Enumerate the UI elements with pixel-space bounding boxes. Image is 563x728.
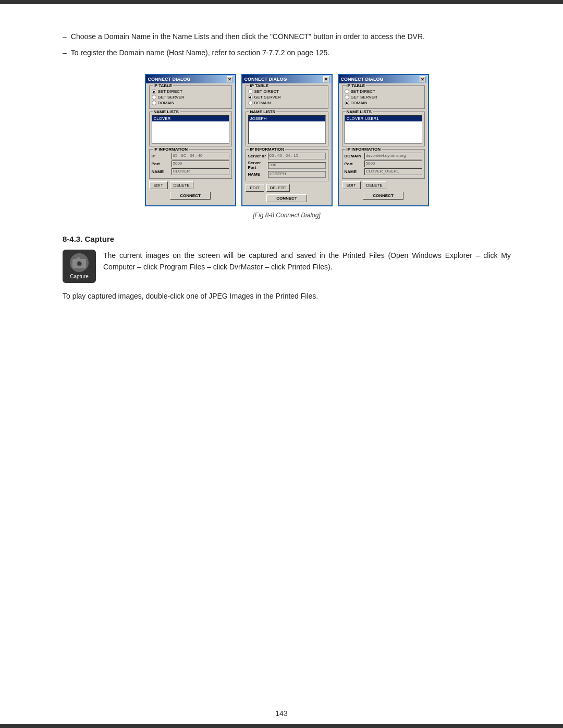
capture-section: 8-4.3. Capture Capture The current image… bbox=[63, 235, 511, 302]
radio-get-server-1[interactable] bbox=[152, 95, 156, 100]
capture-icon-label: Capture bbox=[70, 274, 89, 279]
radio-set-direct-3[interactable] bbox=[345, 89, 349, 94]
dialog-3-edit-button[interactable]: EDIT bbox=[342, 181, 361, 189]
dialog-2-radio-0[interactable]: SET DIRECT bbox=[248, 89, 326, 94]
dialog-1-radio-2[interactable]: DOMAIN bbox=[152, 101, 229, 105]
dialog-2-connect-button[interactable]: CONNECT bbox=[266, 194, 307, 202]
dialog-1-radio-0[interactable]: SET DIRECT bbox=[152, 89, 229, 94]
dialog-1-field-0: IP 65 . 6C . 04 . 40 bbox=[152, 153, 229, 159]
dialog-1-name-list-box[interactable]: CLOVER bbox=[152, 115, 229, 144]
dash-2: – bbox=[63, 47, 67, 58]
radio-domain-2[interactable] bbox=[248, 101, 253, 105]
page-number: 143 bbox=[275, 709, 287, 718]
dialog-3-ip-label: IP TABLE bbox=[346, 83, 366, 88]
bottom-bar bbox=[0, 724, 563, 728]
figure-caption: [Fig.8-8 Connect Dialog] bbox=[63, 212, 511, 219]
dialog-1-radio-1[interactable]: GET SERVER bbox=[152, 95, 229, 100]
capture-icon: Capture bbox=[63, 250, 96, 283]
dialog-3-field-1: Port 5000 bbox=[345, 161, 422, 167]
radio-set-direct-2[interactable] bbox=[248, 89, 253, 94]
dialog-2-edit-button[interactable]: EDIT bbox=[246, 184, 264, 192]
dialog-2-field-2-label: NAME bbox=[248, 172, 268, 177]
radio-get-server-2[interactable] bbox=[248, 95, 253, 100]
dialog-1-ip-info-label: IP INFORMATION bbox=[153, 147, 189, 152]
capture-icon-image bbox=[70, 253, 89, 272]
dialog-1-ip-label: IP TABLE bbox=[153, 83, 174, 88]
dialog-3-field-2: NAME CLOVER_USER1 bbox=[345, 168, 422, 175]
bullet-item-2: – To register the Domain name (Host Name… bbox=[63, 47, 511, 58]
dialog-2-selected-name[interactable]: JOSEPH bbox=[249, 116, 325, 121]
radio-label-set-direct-2: SET DIRECT bbox=[254, 89, 279, 94]
dialog-2-name-list-box[interactable]: JOSEPH bbox=[248, 115, 326, 144]
radio-label-domain-2: DOMAIN bbox=[254, 101, 271, 105]
capture-description: The current images on the screen will be… bbox=[103, 250, 511, 273]
bullet-text-1: Choose a Domain Name in the Name Lists a… bbox=[71, 31, 425, 42]
dialog-3-radio-1[interactable]: GET SERVER bbox=[345, 95, 422, 100]
dialogs-container: CONNECT DIALOG ✕ IP TABLE SET DIRECT GET… bbox=[63, 74, 511, 206]
dialog-2-name-lists-label: NAME LISTS bbox=[249, 109, 276, 114]
dialog-1-field-1: Port 5000 bbox=[152, 161, 229, 167]
bullet-item-1: – Choose a Domain Name in the Name Lists… bbox=[63, 31, 511, 42]
dialog-3-radio-0[interactable]: SET DIRECT bbox=[345, 89, 422, 94]
dialog-1-field-2: NAME CLOVER bbox=[152, 168, 229, 175]
dialog-1-connect-button[interactable]: CONNECT bbox=[170, 192, 211, 200]
bullet-section: – Choose a Domain Name in the Name Lists… bbox=[63, 31, 511, 58]
dialog-2-ip-table: IP TABLE SET DIRECT GET SERVER DOMAIN bbox=[246, 85, 328, 109]
dialog-2-field-1: Server Port 308 bbox=[248, 161, 326, 170]
dialog-2-close[interactable]: ✕ bbox=[323, 76, 329, 82]
radio-label-get-server-1: GET SERVER bbox=[158, 95, 185, 100]
dialog-2-connect-row: CONNECT bbox=[246, 194, 328, 202]
dialog-2-field-0: Server IP 65 . 40 . 04 . 15 bbox=[248, 153, 326, 159]
dialog-2-delete-button[interactable]: DELETE bbox=[266, 184, 290, 192]
radio-get-server-3[interactable] bbox=[345, 95, 349, 100]
dialog-2-field-0-value: 65 . 40 . 04 . 15 bbox=[268, 153, 326, 159]
radio-domain-1[interactable] bbox=[152, 101, 156, 105]
dialog-3-ip-info-label: IP INFORMATION bbox=[346, 147, 382, 152]
dialog-2-radio-1[interactable]: GET SERVER bbox=[248, 95, 326, 100]
dialog-3-radio-2[interactable]: DOMAIN bbox=[345, 101, 422, 105]
dialog-1-delete-button[interactable]: DELETE bbox=[170, 181, 193, 189]
radio-label-get-server-3: GET SERVER bbox=[351, 95, 377, 100]
dialog-3-ip-info: IP INFORMATION DOMAIN davordevt.dyndns.o… bbox=[342, 149, 425, 179]
dialog-2-radio-2[interactable]: DOMAIN bbox=[248, 101, 326, 105]
dialog-2-name-lists: NAME LISTS JOSEPH bbox=[246, 112, 328, 146]
dialog-1-buttons: EDIT DELETE bbox=[149, 181, 232, 189]
radio-label-domain-3: DOMAIN bbox=[351, 101, 368, 105]
dialog-2-buttons: EDIT DELETE bbox=[246, 184, 328, 192]
dialog-2-field-1-value: 308 bbox=[268, 162, 326, 169]
dialog-3-connect-button[interactable]: CONNECT bbox=[363, 192, 403, 200]
dialog-1-edit-button[interactable]: EDIT bbox=[149, 181, 168, 189]
connect-dialog-1: CONNECT DIALOG ✕ IP TABLE SET DIRECT GET… bbox=[145, 74, 236, 206]
connect-dialog-3: CONNECT DIALOG ✕ IP TABLE SET DIRECT GET… bbox=[338, 74, 429, 206]
dialog-2-field-1-label: Server Port bbox=[248, 161, 268, 170]
dialog-2-field-0-label: Server IP bbox=[248, 154, 268, 158]
dialog-3-field-2-value: CLOVER_USER1 bbox=[364, 168, 422, 175]
connect-dialog-2: CONNECT DIALOG ✕ IP TABLE SET DIRECT GET… bbox=[241, 74, 333, 206]
radio-domain-3[interactable] bbox=[345, 101, 349, 105]
dialog-1-close[interactable]: ✕ bbox=[227, 76, 233, 82]
capture-content: Capture The current images on the screen… bbox=[63, 250, 511, 283]
radio-set-direct-1[interactable] bbox=[152, 89, 156, 94]
dialog-2-field-2-value: JOSEPH bbox=[268, 171, 326, 178]
dialog-3-connect-row: CONNECT bbox=[342, 192, 425, 200]
dialog-3-buttons: EDIT DELETE bbox=[342, 181, 425, 189]
dialog-3-name-list-box[interactable]: CLOVER-USER1 bbox=[345, 115, 422, 144]
svg-point-2 bbox=[78, 262, 81, 265]
dialog-1-field-1-label: Port bbox=[152, 162, 172, 166]
bullet-text-2: To register the Domain name (Host Name),… bbox=[71, 47, 329, 58]
capture-play-text: To play captured images, double-click on… bbox=[63, 290, 511, 302]
dialog-3-field-1-value: 5000 bbox=[364, 161, 422, 167]
radio-label-set-direct-3: SET DIRECT bbox=[351, 89, 375, 94]
dialog-2-ip-info: IP INFORMATION Server IP 65 . 40 . 04 . … bbox=[246, 149, 328, 181]
dialog-3-close[interactable]: ✕ bbox=[420, 76, 426, 82]
dialog-3-titlebar: CONNECT DIALOG ✕ bbox=[339, 75, 428, 83]
dialog-3-delete-button[interactable]: DELETE bbox=[363, 181, 386, 189]
dialog-3-selected-name[interactable]: CLOVER-USER1 bbox=[345, 116, 422, 121]
svg-rect-3 bbox=[77, 257, 80, 260]
dialog-1-selected-name[interactable]: CLOVER bbox=[152, 116, 229, 121]
dialog-1-field-0-label: IP bbox=[152, 154, 172, 158]
capture-heading: 8-4.3. Capture bbox=[63, 235, 511, 243]
dialog-1-field-0-value: 65 . 6C . 04 . 40 bbox=[172, 153, 229, 159]
dialog-1-name-lists-label: NAME LISTS bbox=[153, 109, 180, 114]
radio-label-set-direct-1: SET DIRECT bbox=[158, 89, 182, 94]
